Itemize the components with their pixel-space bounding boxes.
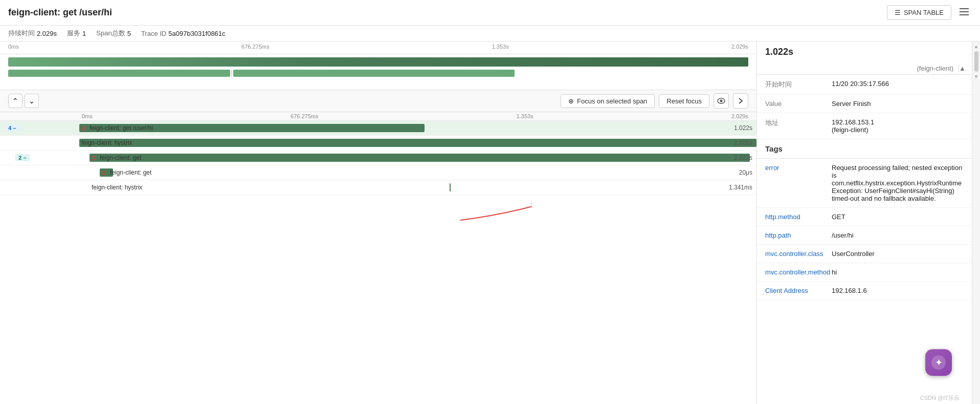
start-time-label: 开始时间	[765, 80, 832, 89]
tag-label: http.method	[765, 213, 832, 221]
svg-point-4	[720, 100, 723, 102]
svg-rect-2	[960, 14, 969, 15]
span-duration: 2.022s	[734, 154, 752, 161]
tag-value: GET	[832, 213, 964, 221]
time-t1: 676.275ms	[241, 44, 269, 50]
nav-up-button[interactable]: ⌃	[8, 94, 23, 108]
tag-value: hi	[832, 268, 964, 276]
scrollbar-up: ▲	[959, 65, 964, 72]
service-value: 1	[82, 30, 86, 37]
detail-row-address: 地址 192.168.153.1 (feign-client)	[757, 113, 972, 139]
duration-value: 2.029s	[37, 30, 57, 37]
tag-label: mvc.controller.class	[765, 250, 832, 258]
span-bar	[79, 139, 756, 147]
span-name: feign-client: get	[100, 154, 141, 161]
scrollbar-thumb[interactable]	[974, 51, 978, 72]
span-time-t1: 676.275ms	[291, 113, 318, 119]
span-duration: 2.026s	[734, 139, 752, 146]
time-scale-overview: 0ms 676.275ms 1.353s 2.029s	[8, 44, 748, 50]
span-total-item: Span总数 5	[96, 29, 131, 38]
tag-label: http.path	[765, 231, 832, 239]
table-icon: ☰	[895, 9, 901, 16]
overview-bar-1	[8, 57, 748, 67]
span-label-area	[0, 141, 79, 145]
nav-arrows: ⌃ ⌄	[8, 94, 39, 108]
span-time-t3: 2.029s	[731, 113, 748, 119]
span-duration: 1.341ms	[729, 184, 752, 191]
focus-selected-button[interactable]: ⊕ Focus on selected span	[561, 94, 655, 108]
svg-rect-1	[960, 11, 969, 12]
span-bar	[90, 154, 750, 162]
trace-panel: 0ms 676.275ms 1.353s 2.029s ⌃	[0, 41, 757, 404]
span-row[interactable]: 4 – ⊘ feign-client: get /user/hi 1.022s	[0, 121, 756, 136]
span-time-scale: 0ms 676.275ms 1.353s 2.029s	[0, 112, 756, 121]
span-name: feign-client: hystrix	[92, 184, 142, 191]
span-bar-area: feign-client: hystrix 2.026s	[79, 136, 756, 150]
tags-section: error Request processing failed; nested …	[757, 159, 972, 300]
focus-icon: ⊕	[568, 97, 574, 105]
span-total-label: Span总数	[96, 29, 125, 38]
menu-button[interactable]	[956, 5, 972, 20]
span-label-area: 2 –	[10, 152, 90, 163]
tag-row: Client Address 192.168.1.6	[757, 282, 972, 300]
overview-sub-bar-1	[8, 70, 230, 77]
nav-down-button[interactable]: ⌄	[25, 94, 39, 108]
scrollbar-down-arrow[interactable]: ▼	[974, 74, 979, 79]
span-row[interactable]: feign-client: hystrix 1.341ms	[0, 180, 756, 195]
error-icon: ⊘	[80, 124, 86, 132]
tag-label: mvc.controller.method	[765, 268, 832, 276]
tag-label: Client Address	[765, 287, 832, 294]
span-name: feign-client: get /user/hi	[90, 124, 153, 132]
span-label-area	[10, 185, 90, 189]
chatgpt-icon: ✦	[930, 354, 947, 371]
tag-row: error Request processing failed; nested …	[757, 159, 972, 208]
tag-value: Request processing failed; nested except…	[832, 164, 964, 202]
detail-row-service: (feign-client) ▲	[757, 62, 972, 75]
span-bar-area: ⊘ feign-client: get 20μs	[100, 165, 756, 180]
page-title: feign-client: get /user/hi	[8, 7, 112, 18]
address-label: 地址	[765, 118, 832, 134]
tag-value: 192.168.1.6	[832, 287, 964, 294]
overview-divider	[231, 70, 232, 77]
svg-text:✦: ✦	[935, 357, 943, 368]
time-t0: 0ms	[8, 44, 19, 50]
span-duration-big: 1.022s	[757, 41, 972, 62]
eye-button[interactable]	[714, 93, 729, 109]
scrollbar-up-arrow[interactable]: ▲	[974, 44, 979, 49]
header-right: ☰ SPAN TABLE	[887, 5, 972, 20]
controls-row: ⌃ ⌄ ⊕ Focus on selected span Reset focus	[0, 90, 756, 112]
span-row[interactable]: 2 – ⊘ feign-client: get 2.022s	[0, 151, 756, 165]
span-total-value: 5	[127, 30, 131, 37]
span-duration: 1.022s	[734, 124, 752, 132]
reset-focus-button[interactable]: Reset focus	[659, 94, 709, 108]
span-row[interactable]: ⊘ feign-client: get 20μs	[0, 165, 756, 180]
value-value: Server Finish	[832, 100, 964, 108]
span-row[interactable]: feign-client: hystrix 2.026s	[0, 136, 756, 151]
span-name: feign-client: hystrix	[81, 139, 132, 146]
error-icon: ⊘	[101, 169, 106, 177]
focus-btn-label: Focus on selected span	[577, 97, 647, 105]
span-label-area: 4 –	[0, 122, 79, 134]
span-duration: 20μs	[739, 169, 752, 176]
span-table-button[interactable]: ☰ SPAN TABLE	[887, 5, 951, 20]
tag-value: UserController	[832, 250, 964, 258]
span-time-t0: 0ms	[82, 113, 93, 119]
detail-row-start-time: 开始时间 11/20 20:35:17.566	[757, 75, 972, 95]
right-scrollbar[interactable]: ▲ ▼	[972, 41, 980, 404]
tag-label: error	[765, 164, 832, 202]
eye-icon	[717, 98, 725, 104]
reset-focus-label: Reset focus	[666, 97, 702, 105]
tag-row: http.method GET	[757, 208, 972, 226]
next-button[interactable]	[733, 93, 748, 109]
service-name-value: (feign-client)	[917, 65, 953, 72]
service-item: 服务 1	[67, 29, 86, 38]
value-label: Value	[765, 100, 832, 108]
content-area: 0ms 676.275ms 1.353s 2.029s ⌃	[0, 41, 980, 404]
time-t2: 1.353s	[492, 44, 509, 50]
trace-id-label: Trace ID	[141, 30, 166, 37]
span-timeline[interactable]: 0ms 676.275ms 1.353s 2.029s 4 – ⊘ feign-…	[0, 112, 756, 404]
trace-id-item: Trace ID 5a097b3031f0861c	[141, 30, 226, 37]
chatgpt-button[interactable]: ✦	[925, 349, 952, 376]
span-name: feign-client: get	[110, 169, 151, 176]
address-value: 192.168.153.1 (feign-client)	[832, 118, 964, 134]
